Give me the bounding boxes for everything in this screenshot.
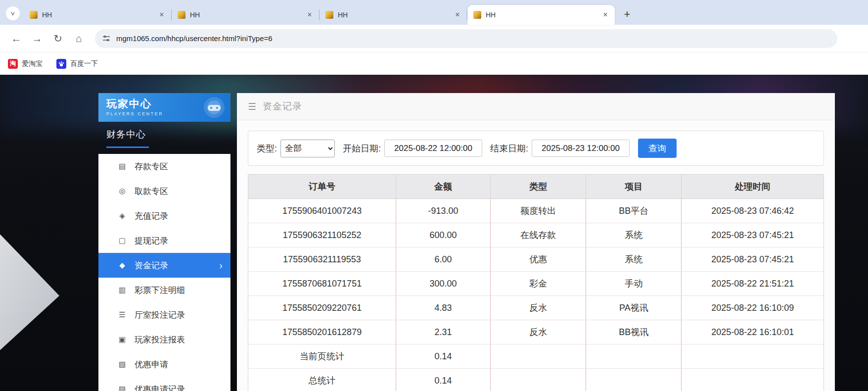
sidebar-item-lottery-bet-detail[interactable]: ▥ 彩票下注明细 bbox=[98, 278, 230, 302]
sidebar-item-deposit-zone[interactable]: ▤ 存款专区 bbox=[98, 154, 230, 179]
table-header-row: 订单号 金额 类型 项目 处理时间 bbox=[248, 175, 824, 199]
background-triangle-shape bbox=[0, 231, 59, 353]
column-header-type: 类型 bbox=[491, 175, 586, 199]
cell-item: BB平台 bbox=[586, 199, 682, 223]
cell-amount: 6.00 bbox=[396, 247, 491, 272]
back-button[interactable]: ← bbox=[7, 29, 26, 48]
cell-grand-total-amount: 0.14 bbox=[396, 369, 491, 391]
tab-strip: ˅ HH × HH × HH × HH × + bbox=[0, 0, 868, 25]
search-button[interactable]: 查询 bbox=[638, 139, 677, 158]
home-button[interactable]: ⌂ bbox=[69, 29, 88, 48]
cell-order-no: 1755906401007243 bbox=[248, 199, 396, 223]
tab-1[interactable]: HH × bbox=[24, 5, 171, 25]
chart-icon: ▣ bbox=[117, 335, 127, 344]
sidebar-item-label: 存款专区 bbox=[135, 161, 168, 172]
column-header-amount: 金额 bbox=[396, 175, 491, 199]
sidebar-item-label: 充值记录 bbox=[135, 210, 168, 222]
card-icon: ▤ bbox=[117, 162, 127, 171]
cell-empty bbox=[491, 369, 586, 391]
table-row-grand-total: 总统计 0.14 bbox=[248, 369, 824, 391]
cell-type: 反水 bbox=[491, 320, 586, 344]
gamepad-icon bbox=[201, 95, 227, 122]
tab-3[interactable]: HH × bbox=[320, 5, 467, 25]
table-row: 1755906401007243 -913.00 额度转出 BB平台 2025-… bbox=[248, 199, 824, 223]
cell-page-total-label: 当前页统计 bbox=[248, 344, 396, 369]
site-favicon bbox=[473, 11, 481, 19]
cell-item: 系统 bbox=[586, 247, 682, 272]
sidebar-item-hall-bet-records[interactable]: ☰ 厅室投注记录 bbox=[98, 302, 230, 327]
table-row: 1755906321119553 6.00 优惠 系统 2025-08-23 0… bbox=[248, 247, 824, 272]
sidebar-menu: ▤ 存款专区 ◎ 取款专区 ◈ 充值记录 ▢ 提现记录 ◆ 资金记录 › ▥ bbox=[98, 154, 230, 391]
bookmark-label: 爱淘宝 bbox=[22, 59, 43, 68]
page-title: 资金记录 bbox=[263, 100, 302, 113]
type-label: 类型: bbox=[257, 143, 277, 154]
tag-icon: ▢ bbox=[117, 236, 127, 245]
forward-button[interactable]: → bbox=[28, 29, 46, 48]
cell-order-no: 1755906321119553 bbox=[248, 247, 396, 272]
close-icon[interactable]: × bbox=[305, 10, 314, 19]
cell-order-no: 1755870681071751 bbox=[248, 272, 396, 296]
cell-amount: 2.31 bbox=[396, 320, 491, 344]
bookmarks-bar: 淘 爱淘宝 百度一下 bbox=[0, 52, 868, 75]
cell-item: 系统 bbox=[586, 223, 682, 247]
sidebar-item-label: 资金记录 bbox=[135, 260, 168, 271]
browser-toolbar: ← → ↻ ⌂ mgm1065.com/hhcp/usercenter.html… bbox=[0, 25, 868, 52]
column-header-item: 项目 bbox=[586, 175, 682, 199]
sidebar-header: 玩家中心 PLAYERS CENTER bbox=[98, 93, 230, 122]
bookmark-taobao[interactable]: 淘 爱淘宝 bbox=[8, 59, 43, 69]
sidebar-item-player-bet-report[interactable]: ▣ 玩家投注报表 bbox=[98, 327, 230, 352]
column-header-order-no: 订单号 bbox=[248, 175, 396, 199]
document-icon: ▥ bbox=[117, 286, 127, 294]
sidebar-item-label: 优惠申请 bbox=[135, 359, 168, 370]
close-icon[interactable]: × bbox=[157, 10, 166, 19]
tab-4-active[interactable]: HH × bbox=[467, 5, 615, 25]
gift-icon: ▧ bbox=[117, 360, 127, 369]
cell-amount: 600.00 bbox=[396, 223, 491, 247]
cell-item: BB视讯 bbox=[586, 320, 682, 344]
hamburger-menu-icon[interactable]: ☰ bbox=[248, 101, 256, 112]
finance-center-label: 财务中心 bbox=[106, 128, 230, 141]
sidebar-item-label: 彩票下注明细 bbox=[135, 285, 185, 296]
cell-time: 2025-08-23 07:46:42 bbox=[682, 199, 824, 223]
close-icon[interactable]: × bbox=[453, 10, 462, 19]
close-icon[interactable]: × bbox=[601, 10, 610, 19]
tab-title: HH bbox=[190, 11, 301, 19]
new-tab-button[interactable]: + bbox=[620, 7, 635, 22]
cell-type: 优惠 bbox=[491, 247, 586, 272]
cell-item: PA视讯 bbox=[586, 296, 682, 320]
column-header-process-time: 处理时间 bbox=[682, 175, 824, 199]
chevron-down-icon: ˅ bbox=[11, 9, 15, 18]
page-background: 玩家中心 PLAYERS CENTER 财务中心 ▤ 存款专区 ◎ bbox=[0, 75, 868, 391]
bookmark-baidu[interactable]: 百度一下 bbox=[56, 59, 98, 69]
sidebar-item-promo-apply-records[interactable]: ▨ 优惠申请记录 bbox=[98, 377, 230, 391]
type-select[interactable]: 全部 bbox=[280, 140, 335, 157]
site-settings-icon[interactable] bbox=[102, 34, 111, 43]
reload-button[interactable]: ↻ bbox=[48, 29, 67, 48]
cell-time: 2025-08-23 07:45:21 bbox=[682, 247, 824, 272]
list-icon: ☰ bbox=[117, 310, 127, 319]
coins-icon: ◎ bbox=[117, 187, 127, 196]
content-header: ☰ 资金记录 bbox=[237, 93, 835, 120]
funds-records-table: 订单号 金额 类型 项目 处理时间 1755906401007243 -913.… bbox=[248, 174, 824, 391]
sidebar: 玩家中心 PLAYERS CENTER 财务中心 ▤ 存款专区 ◎ bbox=[98, 93, 230, 391]
sidebar-item-funds-records[interactable]: ◆ 资金记录 › bbox=[98, 253, 230, 278]
cell-amount: 4.83 bbox=[396, 296, 491, 320]
table-row-page-total: 当前页统计 0.14 bbox=[248, 344, 824, 369]
money-bag-icon: ◆ bbox=[117, 261, 127, 270]
tab-2[interactable]: HH × bbox=[172, 5, 319, 25]
sidebar-item-promo-apply[interactable]: ▧ 优惠申请 bbox=[98, 352, 230, 377]
start-date-input[interactable] bbox=[384, 140, 482, 157]
sidebar-item-label: 玩家投注报表 bbox=[135, 334, 185, 345]
url-text: mgm1065.com/hhcp/usercenter.html?iniType… bbox=[116, 34, 273, 43]
site-favicon bbox=[30, 11, 38, 19]
sidebar-item-withdrawal-records[interactable]: ▢ 提现记录 bbox=[98, 228, 230, 253]
sidebar-item-recharge-records[interactable]: ◈ 充值记录 bbox=[98, 203, 230, 228]
tab-search-button[interactable]: ˅ bbox=[6, 6, 20, 20]
end-date-input[interactable] bbox=[532, 140, 630, 157]
cell-item: 手动 bbox=[586, 272, 682, 296]
cell-grand-total-label: 总统计 bbox=[248, 369, 396, 391]
site-favicon bbox=[325, 11, 333, 19]
sidebar-item-withdraw-zone[interactable]: ◎ 取款专区 bbox=[98, 179, 230, 203]
url-bar[interactable]: mgm1065.com/hhcp/usercenter.html?iniType… bbox=[95, 29, 837, 48]
sidebar-item-label: 厅室投注记录 bbox=[135, 309, 185, 321]
